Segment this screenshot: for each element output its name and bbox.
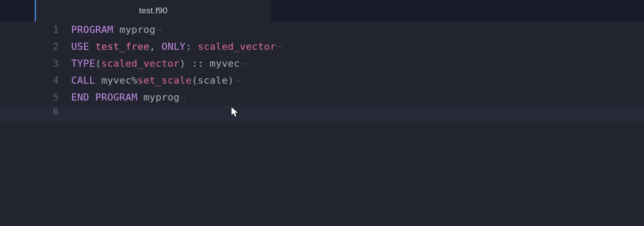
code-text: CALL myvec%set_scale(scale)¬ bbox=[71, 72, 240, 89]
code-text: END PROGRAM myprog¬ bbox=[71, 89, 185, 106]
code-line[interactable]: 4 CALL myvec%set_scale(scale)¬ bbox=[0, 72, 644, 89]
line-number: 5 bbox=[0, 92, 71, 103]
code-line[interactable]: 1 PROGRAM myprog¬ bbox=[0, 21, 644, 38]
editor[interactable]: 1 PROGRAM myprog¬ 2 USE test_free, ONLY:… bbox=[0, 21, 644, 226]
line-number: 6 bbox=[0, 106, 71, 117]
code-text: TYPE(scaled_vector) :: myvec¬ bbox=[71, 55, 246, 73]
line-number: 3 bbox=[0, 58, 71, 69]
code-line-current[interactable]: 6 bbox=[0, 106, 644, 123]
code-text: USE test_free, ONLY: scaled_vector¬ bbox=[71, 38, 282, 56]
line-number: 4 bbox=[0, 75, 71, 86]
line-number: 2 bbox=[0, 41, 71, 52]
line-number: 1 bbox=[0, 24, 71, 35]
tab-title: test.f90 bbox=[139, 6, 168, 16]
tab-bar-gutter bbox=[0, 0, 35, 21]
code-text: PROGRAM myprog¬ bbox=[71, 21, 161, 39]
code-line[interactable]: 3 TYPE(scaled_vector) :: myvec¬ bbox=[0, 55, 644, 72]
tab-bar: test.f90 bbox=[0, 0, 644, 21]
tab-active[interactable]: test.f90 bbox=[35, 0, 270, 21]
code-line[interactable]: 2 USE test_free, ONLY: scaled_vector¬ bbox=[0, 38, 644, 55]
code-line[interactable]: 5 END PROGRAM myprog¬ bbox=[0, 89, 644, 106]
